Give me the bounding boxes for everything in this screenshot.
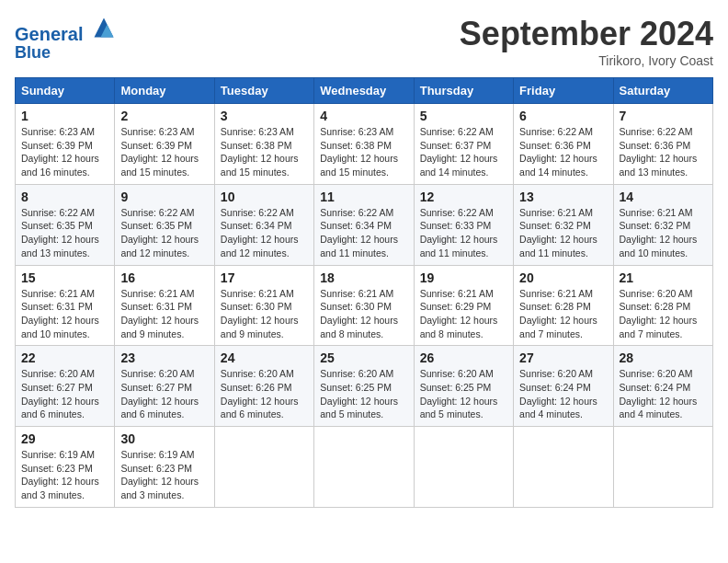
- day-number: 15: [21, 270, 108, 285]
- calendar-day-cell: 6Sunrise: 6:22 AM Sunset: 6:36 PM Daylig…: [514, 104, 613, 185]
- day-number: 12: [420, 190, 507, 204]
- calendar-day-cell: 1Sunrise: 6:23 AM Sunset: 6:39 PM Daylig…: [16, 104, 115, 185]
- calendar-day-cell: 20Sunrise: 6:21 AM Sunset: 6:28 PM Dayli…: [514, 265, 613, 346]
- day-info: Sunrise: 6:21 AM Sunset: 6:30 PM Dayligh…: [221, 287, 308, 341]
- day-number: 26: [420, 350, 507, 365]
- day-info: Sunrise: 6:22 AM Sunset: 6:36 PM Dayligh…: [620, 125, 707, 179]
- calendar-day-cell: 29Sunrise: 6:19 AM Sunset: 6:23 PM Dayli…: [16, 427, 115, 508]
- day-number: 4: [320, 109, 407, 123]
- day-info: Sunrise: 6:23 AM Sunset: 6:38 PM Dayligh…: [221, 125, 308, 179]
- calendar-week-row: 29Sunrise: 6:19 AM Sunset: 6:23 PM Dayli…: [16, 427, 713, 508]
- day-number: 9: [120, 190, 208, 204]
- day-info: Sunrise: 6:21 AM Sunset: 6:31 PM Dayligh…: [21, 287, 108, 341]
- calendar-table: SundayMondayTuesdayWednesdayThursdayFrid…: [15, 77, 713, 508]
- day-number: 23: [120, 350, 208, 365]
- title-block: September 2024 Tirikoro, Ivory Coast: [460, 15, 713, 68]
- day-info: Sunrise: 6:20 AM Sunset: 6:25 PM Dayligh…: [320, 367, 407, 421]
- day-info: Sunrise: 6:20 AM Sunset: 6:27 PM Dayligh…: [21, 367, 108, 421]
- day-info: Sunrise: 6:22 AM Sunset: 6:34 PM Dayligh…: [320, 206, 407, 260]
- month-title: September 2024: [460, 15, 713, 53]
- day-number: 21: [620, 270, 707, 285]
- day-info: Sunrise: 6:20 AM Sunset: 6:25 PM Dayligh…: [420, 367, 507, 421]
- day-number: 1: [21, 109, 108, 123]
- calendar-day-cell: 11Sunrise: 6:22 AM Sunset: 6:34 PM Dayli…: [314, 184, 414, 265]
- calendar-week-row: 15Sunrise: 6:21 AM Sunset: 6:31 PM Dayli…: [16, 265, 713, 346]
- calendar-day-cell: 24Sunrise: 6:20 AM Sunset: 6:26 PM Dayli…: [214, 346, 313, 427]
- day-number: 7: [620, 109, 707, 123]
- calendar-day-cell: 23Sunrise: 6:20 AM Sunset: 6:27 PM Dayli…: [115, 346, 214, 427]
- day-info: Sunrise: 6:22 AM Sunset: 6:34 PM Dayligh…: [221, 206, 308, 260]
- day-number: 24: [221, 350, 308, 365]
- day-number: 25: [320, 350, 407, 365]
- calendar-day-cell: 28Sunrise: 6:20 AM Sunset: 6:24 PM Dayli…: [613, 346, 712, 427]
- page-header: General Blue September 2024 Tirikoro, Iv…: [15, 15, 713, 68]
- day-number: 18: [320, 270, 407, 285]
- day-info: Sunrise: 6:21 AM Sunset: 6:30 PM Dayligh…: [320, 287, 407, 341]
- calendar-day-cell: [314, 427, 414, 508]
- day-number: 19: [420, 270, 507, 285]
- day-info: Sunrise: 6:21 AM Sunset: 6:31 PM Dayligh…: [120, 287, 208, 341]
- day-info: Sunrise: 6:23 AM Sunset: 6:38 PM Dayligh…: [320, 125, 407, 179]
- day-number: 30: [120, 431, 208, 446]
- calendar-day-cell: 3Sunrise: 6:23 AM Sunset: 6:38 PM Daylig…: [214, 104, 313, 185]
- day-number: 27: [519, 350, 607, 365]
- calendar-day-cell: 22Sunrise: 6:20 AM Sunset: 6:27 PM Dayli…: [16, 346, 115, 427]
- day-number: 16: [120, 270, 208, 285]
- day-info: Sunrise: 6:22 AM Sunset: 6:37 PM Dayligh…: [420, 125, 507, 179]
- calendar-day-cell: 9Sunrise: 6:22 AM Sunset: 6:35 PM Daylig…: [115, 184, 214, 265]
- day-number: 29: [21, 431, 108, 446]
- day-info: Sunrise: 6:21 AM Sunset: 6:32 PM Dayligh…: [620, 206, 707, 260]
- calendar-day-cell: 13Sunrise: 6:21 AM Sunset: 6:32 PM Dayli…: [514, 184, 613, 265]
- calendar-day-cell: 2Sunrise: 6:23 AM Sunset: 6:39 PM Daylig…: [115, 104, 214, 185]
- day-number: 8: [21, 190, 108, 204]
- calendar-week-row: 22Sunrise: 6:20 AM Sunset: 6:27 PM Dayli…: [16, 346, 713, 427]
- calendar-day-cell: 25Sunrise: 6:20 AM Sunset: 6:25 PM Dayli…: [314, 346, 414, 427]
- calendar-day-cell: 14Sunrise: 6:21 AM Sunset: 6:32 PM Dayli…: [613, 184, 712, 265]
- weekday-header: Tuesday: [214, 78, 313, 104]
- day-info: Sunrise: 6:20 AM Sunset: 6:26 PM Dayligh…: [221, 367, 308, 421]
- day-info: Sunrise: 6:22 AM Sunset: 6:36 PM Dayligh…: [519, 125, 607, 179]
- calendar-day-cell: 27Sunrise: 6:20 AM Sunset: 6:24 PM Dayli…: [514, 346, 613, 427]
- location-subtitle: Tirikoro, Ivory Coast: [460, 53, 713, 68]
- day-number: 3: [221, 109, 308, 123]
- calendar-day-cell: 21Sunrise: 6:20 AM Sunset: 6:28 PM Dayli…: [613, 265, 712, 346]
- day-number: 28: [620, 350, 707, 365]
- calendar-day-cell: [514, 427, 613, 508]
- weekday-header: Thursday: [414, 78, 513, 104]
- day-number: 11: [320, 190, 407, 204]
- calendar-day-cell: 4Sunrise: 6:23 AM Sunset: 6:38 PM Daylig…: [314, 104, 414, 185]
- day-number: 17: [221, 270, 308, 285]
- calendar-day-cell: 10Sunrise: 6:22 AM Sunset: 6:34 PM Dayli…: [214, 184, 313, 265]
- day-info: Sunrise: 6:20 AM Sunset: 6:27 PM Dayligh…: [120, 367, 208, 421]
- weekday-header: Saturday: [613, 78, 712, 104]
- weekday-header: Wednesday: [314, 78, 414, 104]
- calendar-day-cell: 7Sunrise: 6:22 AM Sunset: 6:36 PM Daylig…: [613, 104, 712, 185]
- day-info: Sunrise: 6:19 AM Sunset: 6:23 PM Dayligh…: [21, 448, 108, 502]
- calendar-day-cell: 18Sunrise: 6:21 AM Sunset: 6:30 PM Dayli…: [314, 265, 414, 346]
- day-info: Sunrise: 6:23 AM Sunset: 6:39 PM Dayligh…: [21, 125, 108, 179]
- calendar-day-cell: [613, 427, 712, 508]
- day-number: 5: [420, 109, 507, 123]
- day-info: Sunrise: 6:22 AM Sunset: 6:35 PM Dayligh…: [21, 206, 108, 260]
- logo-text2: Blue: [15, 44, 117, 63]
- logo-text: General: [15, 15, 117, 44]
- calendar-day-cell: 5Sunrise: 6:22 AM Sunset: 6:37 PM Daylig…: [414, 104, 513, 185]
- calendar-day-cell: 15Sunrise: 6:21 AM Sunset: 6:31 PM Dayli…: [16, 265, 115, 346]
- day-number: 2: [120, 109, 208, 123]
- day-number: 10: [221, 190, 308, 204]
- calendar-day-cell: 12Sunrise: 6:22 AM Sunset: 6:33 PM Dayli…: [414, 184, 513, 265]
- day-info: Sunrise: 6:21 AM Sunset: 6:28 PM Dayligh…: [519, 287, 607, 341]
- logo: General Blue: [15, 15, 117, 63]
- calendar-day-cell: [414, 427, 513, 508]
- weekday-header: Friday: [514, 78, 613, 104]
- day-number: 13: [519, 190, 607, 204]
- day-number: 20: [519, 270, 607, 285]
- calendar-day-cell: 8Sunrise: 6:22 AM Sunset: 6:35 PM Daylig…: [16, 184, 115, 265]
- calendar-week-row: 1Sunrise: 6:23 AM Sunset: 6:39 PM Daylig…: [16, 104, 713, 185]
- day-info: Sunrise: 6:20 AM Sunset: 6:24 PM Dayligh…: [620, 367, 707, 421]
- calendar-day-cell: 30Sunrise: 6:19 AM Sunset: 6:23 PM Dayli…: [115, 427, 214, 508]
- day-info: Sunrise: 6:20 AM Sunset: 6:28 PM Dayligh…: [620, 287, 707, 341]
- day-info: Sunrise: 6:21 AM Sunset: 6:29 PM Dayligh…: [420, 287, 507, 341]
- calendar-day-cell: 26Sunrise: 6:20 AM Sunset: 6:25 PM Dayli…: [414, 346, 513, 427]
- calendar-week-row: 8Sunrise: 6:22 AM Sunset: 6:35 PM Daylig…: [16, 184, 713, 265]
